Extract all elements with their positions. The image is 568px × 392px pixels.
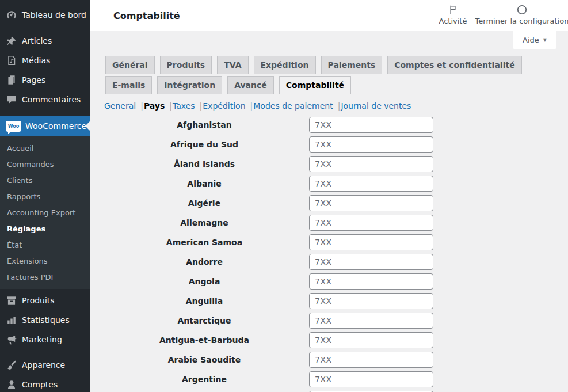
country-code-input[interactable] bbox=[309, 254, 433, 270]
country-name-label: Afrique du Sud bbox=[104, 140, 304, 149]
sidebar-item-label: Marketing bbox=[22, 335, 62, 344]
tab-exp-dition[interactable]: Expédition bbox=[254, 56, 316, 74]
sidebar-item-label: Tableau de bord bbox=[22, 10, 86, 20]
country-name-label: Algérie bbox=[104, 199, 304, 208]
subnav-link-pays[interactable]: Pays bbox=[144, 101, 165, 111]
subnav-separator: | bbox=[250, 101, 253, 111]
country-code-input[interactable] bbox=[309, 195, 433, 211]
country-code-input[interactable] bbox=[309, 273, 433, 290]
country-code-input[interactable] bbox=[309, 371, 433, 387]
pin-icon bbox=[6, 35, 17, 47]
dashboard-icon bbox=[6, 9, 17, 21]
sidebar-item-statistiques[interactable]: Statistiques bbox=[0, 310, 90, 330]
megaphone-icon bbox=[6, 334, 17, 345]
woocommerce-icon-tail bbox=[8, 131, 12, 134]
country-name-label: Åland Islands bbox=[104, 159, 304, 169]
country-code-input[interactable] bbox=[309, 136, 433, 153]
country-row: Arabie Saoudite bbox=[104, 352, 433, 368]
subnav-link-journal-de-ventes[interactable]: Journal de ventes bbox=[341, 101, 411, 111]
sidebar-item-apparence[interactable]: Apparence bbox=[0, 355, 90, 375]
subnav-separator: | bbox=[169, 101, 172, 111]
woocommerce-icon: Woo bbox=[6, 121, 21, 132]
submenu-item-clients[interactable]: Clients bbox=[0, 172, 90, 188]
media-icon bbox=[6, 55, 17, 66]
circle-icon bbox=[516, 4, 528, 16]
country-name-label: Albanie bbox=[104, 179, 304, 188]
tab-avanc[interactable]: Avancé bbox=[227, 76, 274, 94]
country-name-label: Angola bbox=[104, 277, 304, 286]
chart-bar-icon bbox=[6, 314, 17, 326]
sidebar-item-articles[interactable]: Articles bbox=[0, 31, 90, 51]
sidebar-item-marketing[interactable]: Marketing bbox=[0, 330, 90, 349]
sidebar-item-label: Statistiques bbox=[22, 315, 70, 325]
sidebar-item-label: Apparence bbox=[22, 360, 65, 370]
country-row: Afghanistan bbox=[104, 117, 433, 133]
country-row: Albanie bbox=[104, 176, 433, 192]
country-row: Allemagne bbox=[104, 215, 433, 231]
subnav-link-exp-dition[interactable]: Expédition bbox=[203, 101, 245, 111]
country-row: Argentine bbox=[104, 371, 433, 387]
top-bar: Comptabilité ActivitéTerminer la configu… bbox=[90, 0, 568, 31]
page-title: Comptabilité bbox=[113, 0, 180, 31]
country-code-input[interactable] bbox=[309, 234, 433, 250]
section-subnav: General|Pays|Taxes|Expédition|Modes de p… bbox=[104, 101, 411, 111]
sidebar-item-m-dias[interactable]: Médias bbox=[0, 51, 90, 70]
country-code-input[interactable] bbox=[309, 156, 433, 172]
help-button[interactable]: Aide ▼ bbox=[513, 31, 556, 49]
subnav-link-modes-de-paiement[interactable]: Modes de paiement bbox=[253, 101, 333, 111]
country-row: Antarctique bbox=[104, 313, 433, 329]
sidebar-item-commentaires[interactable]: Commentaires bbox=[0, 90, 90, 109]
subnav-separator: | bbox=[338, 101, 341, 111]
subnav-link-taxes[interactable]: Taxes bbox=[173, 101, 195, 111]
tab-comptabilit[interactable]: Comptabilité bbox=[279, 76, 351, 94]
country-name-label: Afghanistan bbox=[104, 120, 304, 130]
submenu-item-tat[interactable]: État bbox=[0, 237, 90, 253]
country-row: Antigua-et-Barbuda bbox=[104, 332, 433, 348]
country-row: Andorre bbox=[104, 254, 433, 270]
submenu-item-accueil[interactable]: Accueil bbox=[0, 140, 90, 156]
topbar-action-terminer-la-configuration[interactable]: Terminer la configuration bbox=[473, 4, 568, 25]
sidebar-item-woocommerce[interactable]: WooWooCommerce bbox=[0, 116, 90, 136]
country-code-input[interactable] bbox=[309, 176, 433, 192]
flag-icon bbox=[447, 4, 459, 16]
country-code-input[interactable] bbox=[309, 352, 433, 368]
submenu-item-r-glages[interactable]: Réglages bbox=[0, 220, 90, 237]
topbar-action-label: Terminer la configuration bbox=[475, 17, 568, 25]
country-row: Algérie bbox=[104, 195, 433, 211]
sidebar-item-comptes[interactable]: Comptes bbox=[0, 375, 90, 392]
tab-e-mails[interactable]: E-mails bbox=[105, 76, 152, 94]
topbar-action-activit[interactable]: Activité bbox=[433, 4, 473, 25]
submenu-item-commandes[interactable]: Commandes bbox=[0, 156, 90, 172]
sidebar-item-tableau-de-bord[interactable]: Tableau de bord bbox=[0, 5, 90, 25]
topbar-action-label: Activité bbox=[439, 17, 467, 25]
sidebar-item-label: Comptes bbox=[22, 380, 58, 389]
sidebar-menu-middle: ProduitsStatistiquesMarketing bbox=[0, 291, 90, 349]
country-name-label: Argentine bbox=[104, 375, 304, 384]
submenu-item-factures-pdf[interactable]: Factures PDF bbox=[0, 269, 90, 285]
sidebar-menu-top: Tableau de bordArticlesMédiasPagesCommen… bbox=[0, 0, 90, 109]
tab-comptes-et-confidentialit[interactable]: Comptes et confidentialité bbox=[387, 56, 521, 74]
country-code-input[interactable] bbox=[309, 313, 433, 329]
comments-icon bbox=[6, 94, 17, 105]
sidebar-item-produits[interactable]: Produits bbox=[0, 291, 90, 310]
subnav-link-general[interactable]: General bbox=[104, 101, 136, 111]
tab-produits[interactable]: Produits bbox=[160, 56, 212, 74]
tab-tva[interactable]: TVA bbox=[217, 56, 248, 74]
user-icon bbox=[6, 379, 17, 390]
sidebar-item-label: WooCommerce bbox=[25, 121, 86, 131]
country-code-input[interactable] bbox=[309, 332, 433, 348]
subnav-separator: | bbox=[140, 101, 143, 111]
tab-paiements[interactable]: Paiements bbox=[321, 56, 383, 74]
submenu-item-extensions[interactable]: Extensions bbox=[0, 253, 90, 269]
country-code-input[interactable] bbox=[309, 293, 433, 309]
tab-int-gration[interactable]: Intégration bbox=[157, 76, 222, 94]
sidebar-item-pages[interactable]: Pages bbox=[0, 70, 90, 90]
sidebar-item-label: Produits bbox=[22, 296, 55, 305]
submenu-item-rapports[interactable]: Rapports bbox=[0, 188, 90, 204]
country-code-input[interactable] bbox=[309, 117, 433, 133]
submenu-item-accounting-export[interactable]: Accounting Export bbox=[0, 204, 90, 220]
box-icon bbox=[6, 295, 17, 306]
tab-g-n-ral[interactable]: Général bbox=[105, 56, 155, 74]
country-code-input[interactable] bbox=[309, 215, 433, 231]
pages-icon bbox=[6, 74, 17, 86]
